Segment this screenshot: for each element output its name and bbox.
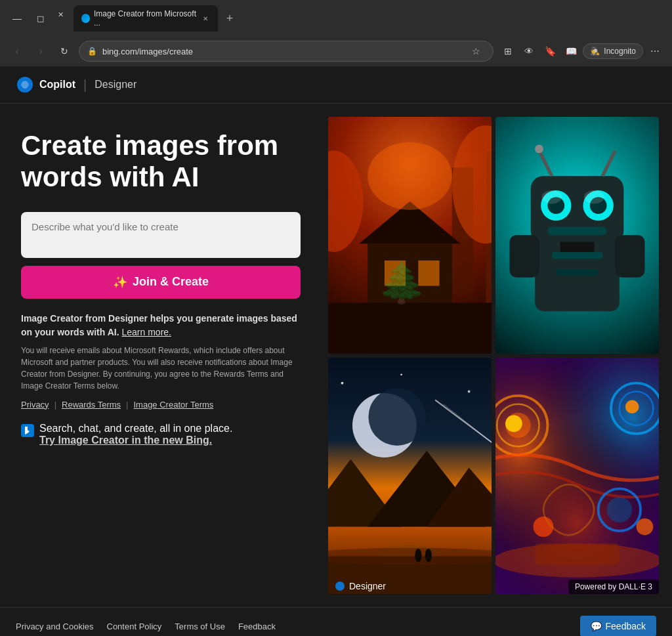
tab-close-button[interactable]: ✕: [200, 13, 210, 24]
create-btn-icon: ✨: [113, 275, 127, 289]
designer-label: Designer: [94, 79, 136, 91]
header-divider: |: [83, 77, 87, 93]
svg-point-67: [505, 415, 522, 432]
hero-title: Create images from words with AI: [21, 130, 301, 194]
svg-point-31: [584, 190, 604, 204]
feedback-button[interactable]: 💬 Feedback: [580, 616, 656, 636]
links-row: Privacy | Rewards Terms | Image Creator …: [21, 400, 301, 410]
privacy-link[interactable]: Privacy: [21, 400, 49, 410]
svg-rect-64: [535, 543, 620, 564]
close-button[interactable]: ✕: [55, 9, 66, 20]
page-content: Copilot | Designer Create images from wo…: [0, 66, 672, 636]
image-cell-3[interactable]: [328, 358, 492, 595]
svg-point-68: [625, 400, 639, 413]
address-bar[interactable]: 🔒 bing.com/images/create ☆: [79, 41, 494, 62]
tracking-icon[interactable]: 👁: [520, 42, 538, 60]
toolbar-actions: ⊞ 👁 🔖 📖 🕵 Incognito ⋯: [499, 42, 664, 60]
bing-promo-link[interactable]: Try Image Creator in the new Bing.: [39, 435, 232, 446]
footer-content-policy[interactable]: Content Policy: [107, 622, 162, 631]
page-header: Copilot | Designer: [0, 66, 672, 104]
bing-promo-text: Search, chat, and create, all in one pla…: [39, 423, 232, 434]
grid-icon[interactable]: ⊞: [499, 42, 517, 60]
svg-rect-9: [418, 261, 439, 286]
active-tab[interactable]: Image Creator from Microsoft ... ✕: [74, 5, 218, 32]
svg-point-13: [368, 142, 452, 210]
svg-point-23: [535, 144, 543, 153]
copilot-icon: [16, 75, 34, 94]
svg-point-66: [607, 497, 633, 522]
rewards-link[interactable]: Rewards Terms: [62, 400, 121, 410]
svg-rect-29: [556, 269, 598, 276]
prompt-input[interactable]: [32, 221, 290, 232]
bookmark-icon[interactable]: 🔖: [541, 42, 559, 60]
back-button[interactable]: ‹: [8, 42, 26, 60]
svg-rect-10: [328, 303, 492, 353]
svg-rect-28: [552, 252, 602, 259]
svg-point-53: [425, 548, 432, 562]
address-text: bing.com/images/create: [102, 47, 461, 56]
menu-button[interactable]: ⋯: [646, 42, 664, 60]
bing-promo: Search, chat, and create, all in one pla…: [21, 423, 301, 446]
learn-more-link[interactable]: Learn more.: [121, 327, 171, 337]
tab-title: Image Creator from Microsoft ...: [94, 9, 196, 28]
tab-bar: Image Creator from Microsoft ... ✕ +: [74, 5, 664, 32]
image-creator-terms-link[interactable]: Image Creator Terms: [133, 400, 213, 410]
forward-button[interactable]: ›: [32, 42, 50, 60]
browser-titlebar: — ◻ ✕ Image Creator from Microsoft ... ✕…: [0, 0, 672, 37]
new-tab-button[interactable]: +: [220, 9, 239, 28]
separator-1: |: [54, 400, 56, 410]
tab-favicon: [81, 14, 90, 23]
svg-rect-8: [385, 261, 406, 286]
svg-point-52: [415, 548, 421, 562]
browser-chrome: — ◻ ✕ Image Creator from Microsoft ... ✕…: [0, 0, 672, 66]
svg-point-30: [541, 190, 562, 204]
svg-point-35: [468, 390, 471, 392]
svg-point-51: [328, 547, 492, 564]
svg-point-33: [341, 381, 344, 384]
svg-rect-26: [510, 235, 539, 277]
star-icon[interactable]: ☆: [467, 42, 485, 60]
svg-point-34: [400, 373, 402, 375]
svg-rect-27: [615, 235, 644, 277]
lock-icon: 🔒: [87, 47, 97, 56]
copilot-label: Copilot: [39, 79, 75, 91]
bing-icon: [21, 424, 34, 437]
copilot-logo[interactable]: Copilot: [16, 75, 75, 94]
prompt-input-container[interactable]: [21, 212, 301, 258]
image-grid: Designer Powered by DALL·E 3: [322, 104, 672, 607]
window-controls: — ◻ ✕: [8, 9, 66, 28]
image-cell-4[interactable]: [495, 358, 659, 595]
minimize-button[interactable]: —: [8, 9, 26, 28]
main-area: Create images from words with AI ✨ Join …: [0, 104, 672, 607]
footer-terms-of-use[interactable]: Terms of Use: [175, 622, 225, 631]
create-button-label: Join & Create: [133, 275, 209, 289]
svg-point-39: [368, 388, 426, 446]
image-cell-2[interactable]: [495, 117, 659, 354]
description-text: Image Creator from Designer helps you ge…: [21, 312, 301, 339]
incognito-icon: 🕵: [590, 47, 600, 56]
left-panel: Create images from words with AI ✨ Join …: [0, 104, 322, 607]
refresh-button[interactable]: ↻: [55, 42, 74, 60]
footer-links: Privacy and Cookies Content Policy Terms…: [16, 622, 276, 631]
feedback-icon: 💬: [591, 621, 602, 631]
page-footer: Privacy and Cookies Content Policy Terms…: [0, 607, 672, 636]
incognito-label: Incognito: [604, 47, 636, 56]
footer-feedback-link[interactable]: Feedback: [238, 622, 276, 631]
separator-2: |: [126, 400, 128, 410]
restore-button[interactable]: ◻: [32, 9, 50, 28]
disclaimer-text: You will receive emails about Microsoft …: [21, 345, 301, 392]
svg-rect-21: [547, 226, 606, 235]
footer-privacy-cookies[interactable]: Privacy and Cookies: [16, 622, 94, 631]
create-button[interactable]: ✨ Join & Create: [21, 266, 301, 299]
svg-point-69: [534, 517, 554, 537]
bing-promo-content: Search, chat, and create, all in one pla…: [39, 423, 232, 446]
incognito-button[interactable]: 🕵 Incognito: [583, 43, 643, 59]
reading-icon[interactable]: 📖: [562, 42, 580, 60]
feedback-button-label: Feedback: [606, 621, 646, 631]
image-cell-1[interactable]: [328, 117, 492, 354]
svg-point-70: [637, 518, 654, 535]
browser-toolbar: ‹ › ↻ 🔒 bing.com/images/create ☆ ⊞ 👁 🔖 📖…: [0, 37, 672, 66]
